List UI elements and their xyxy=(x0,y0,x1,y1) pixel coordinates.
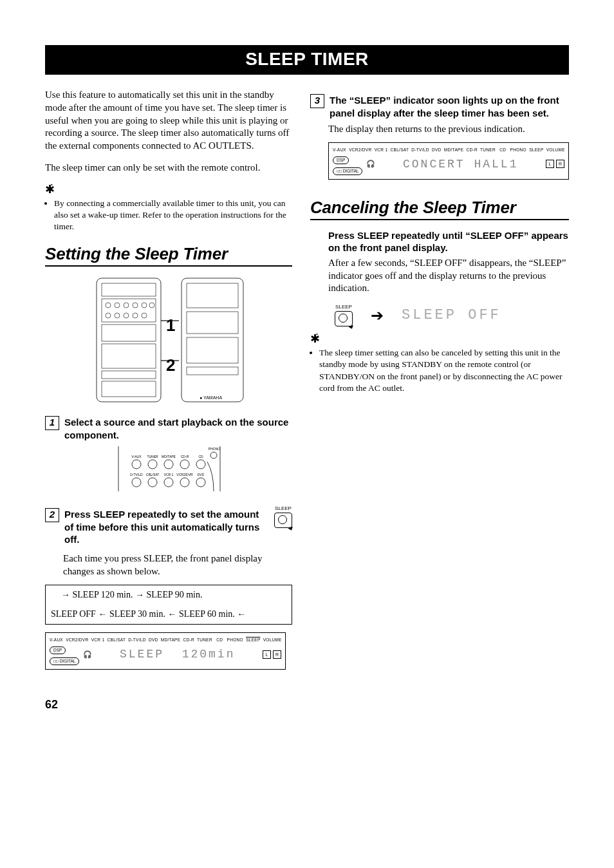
sleep-button-icon xyxy=(335,311,353,326)
tip-list: By connecting a commercially available t… xyxy=(45,198,292,233)
lcd-digital-pill: □□ DIGITAL xyxy=(50,657,79,665)
svg-text:PHONO: PHONO xyxy=(209,447,220,451)
step-3-body: The display then returns to the previous… xyxy=(328,123,569,136)
remote-outline-svg: ● YAMAHA xyxy=(85,276,252,404)
svg-rect-5 xyxy=(102,371,156,379)
svg-rect-21 xyxy=(187,337,238,363)
figure-callout-2: 2 xyxy=(166,355,175,375)
svg-point-33 xyxy=(210,452,217,458)
cancel-step-title: Press SLEEP repeatedly until “SLEEP OFF”… xyxy=(328,229,569,254)
svg-point-7 xyxy=(106,303,111,308)
tip-icon: ✱̇ xyxy=(310,333,320,344)
svg-rect-1 xyxy=(102,283,156,296)
lcd-main-text: CONCERT HALL1 xyxy=(379,158,542,171)
section-rule xyxy=(310,219,569,220)
page-title: SLEEP TIMER xyxy=(45,45,569,75)
svg-text:CD-R: CD-R xyxy=(181,455,189,458)
section-heading-setting: Setting the Sleep Timer xyxy=(45,244,292,264)
sleep-button-label: SLEEP xyxy=(274,505,292,511)
tip-icon: ✱̇ xyxy=(45,184,55,195)
svg-rect-0 xyxy=(97,278,161,402)
step-1: 1 Select a source and start playback on … xyxy=(45,416,292,441)
svg-point-11 xyxy=(142,303,147,308)
svg-point-36 xyxy=(164,478,173,487)
headphone-icon: 🎧 xyxy=(366,160,375,167)
sleep-off-text: SLEEP OFF xyxy=(402,307,501,323)
svg-point-31 xyxy=(180,460,189,469)
svg-rect-6 xyxy=(102,381,156,397)
source-buttons-svg: V-AUXTUNERMD/TAPECD-RCDPHONO D-TV/LDCBL/… xyxy=(111,446,227,491)
step-2: 2 Press SLEEP repeatedly to set the amou… xyxy=(45,508,261,546)
svg-text:MD/TAPE: MD/TAPE xyxy=(162,455,176,458)
step-1-title: Select a source and start playback on th… xyxy=(64,416,292,441)
sleep-seq-row-2: SLEEP OFF ← SLEEP 30 min. ← SLEEP 60 min… xyxy=(45,605,292,625)
svg-text:DVD: DVD xyxy=(198,473,205,476)
svg-rect-18 xyxy=(181,278,243,402)
svg-point-16 xyxy=(133,313,138,318)
svg-point-28 xyxy=(132,460,141,469)
lcd-panel-concert: V-AUX VCR2/DVR VCR 1 CBL/SAT D-TV/LD DVD… xyxy=(328,142,569,180)
svg-point-8 xyxy=(115,303,120,308)
tip-list: The sleep timer setting can also be canc… xyxy=(310,347,569,394)
step-3-title: The “SLEEP” indicator soon lights up on … xyxy=(330,94,569,119)
svg-rect-19 xyxy=(187,283,238,308)
svg-text:VCR2/DVR: VCR2/DVR xyxy=(176,473,193,476)
svg-point-29 xyxy=(148,460,157,469)
section-rule xyxy=(45,265,292,267)
lcd-main-text: SLEEP 120min xyxy=(96,648,259,661)
lcd-dsp-pill: DSP xyxy=(333,156,349,164)
sleep-sequence-box: → SLEEP 120 min. → SLEEP 90 min. SLEEP O… xyxy=(45,585,292,625)
svg-rect-3 xyxy=(102,325,156,341)
sleep-seq-row-1: → SLEEP 120 min. → SLEEP 90 min. xyxy=(45,585,292,605)
step-2-title: Press SLEEP repeatedly to set the amount… xyxy=(64,508,261,546)
cancel-step-body: After a few seconds, “SLEEP OFF” disappe… xyxy=(328,257,569,295)
svg-rect-2 xyxy=(102,299,156,322)
svg-text:● YAMAHA: ● YAMAHA xyxy=(200,395,222,400)
svg-text:CD: CD xyxy=(198,455,203,458)
figure-callout-1: 1 xyxy=(166,316,175,335)
svg-point-38 xyxy=(196,478,205,487)
remote-figure: 1 2 xyxy=(85,276,252,404)
sleep-button-icon xyxy=(274,513,292,528)
svg-point-30 xyxy=(164,460,173,469)
svg-text:CBL/SAT: CBL/SAT xyxy=(146,473,159,476)
arrow-icon: ➔ xyxy=(371,308,384,323)
step-number-icon: 3 xyxy=(310,94,324,108)
svg-point-34 xyxy=(132,478,141,487)
remote-note: The sleep timer can only be set with the… xyxy=(45,162,292,175)
sleep-button-label: SLEEP xyxy=(335,304,353,310)
lcd-dsp-pill: DSP xyxy=(50,646,66,654)
svg-text:V-AUX: V-AUX xyxy=(131,455,142,458)
lcd-panel-sleep: V-AUX VCR2/DVR VCR 1 CBL/SAT D-TV/LD DVD… xyxy=(45,632,286,670)
tip-item: The sleep timer setting can also be canc… xyxy=(319,347,569,394)
svg-point-12 xyxy=(149,303,154,308)
svg-rect-20 xyxy=(187,312,238,334)
svg-text:D-TV/LD: D-TV/LD xyxy=(130,473,143,476)
right-column: 3 The “SLEEP” indicator soon lights up o… xyxy=(310,89,569,675)
step-3: 3 The “SLEEP” indicator soon lights up o… xyxy=(310,94,569,119)
svg-text:TUNER: TUNER xyxy=(147,455,158,458)
section-heading-canceling: Canceling the Sleep Timer xyxy=(310,198,569,218)
tip-item: By connecting a commercially available t… xyxy=(54,198,292,233)
lcd-source-row: V-AUX VCR2/DVR VCR 1 CBL/SAT D-TV/LD DVD… xyxy=(333,146,564,152)
svg-rect-22 xyxy=(187,367,238,375)
svg-point-15 xyxy=(124,313,129,318)
svg-point-32 xyxy=(196,460,205,469)
lcd-digital-pill: □□ DIGITAL xyxy=(333,167,362,175)
page-number: 62 xyxy=(45,698,569,712)
intro-paragraph: Use this feature to automatically set th… xyxy=(45,89,292,153)
svg-point-9 xyxy=(124,303,129,308)
headphone-icon: 🎧 xyxy=(83,651,92,658)
svg-point-13 xyxy=(106,313,111,318)
lcd-lr-indicators: LR xyxy=(263,650,281,659)
source-selector-diagram: V-AUXTUNERMD/TAPECD-RCDPHONO D-TV/LDCBL/… xyxy=(45,446,292,494)
step-number-icon: 1 xyxy=(45,416,59,430)
sleep-off-row: SLEEP ➔ SLEEP OFF xyxy=(335,304,569,326)
svg-point-10 xyxy=(133,303,138,308)
left-column: Use this feature to automatically set th… xyxy=(45,89,292,675)
svg-point-17 xyxy=(142,313,147,318)
svg-text:VCR 1: VCR 1 xyxy=(164,473,174,476)
svg-point-37 xyxy=(180,478,189,487)
step-2-body: Each time you press SLEEP, the front pan… xyxy=(63,552,292,578)
lcd-source-row: V-AUX VCR2/DVR VCR 1 CBL/SAT D-TV/LD DVD… xyxy=(50,636,281,642)
